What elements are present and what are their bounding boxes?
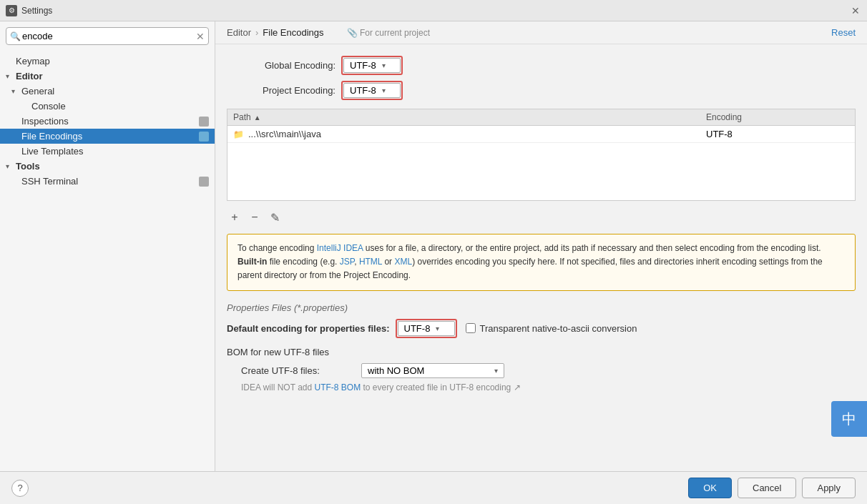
sidebar-item-console[interactable]: Console — [0, 99, 215, 114]
table-header: Path ▲ Encoding — [227, 109, 855, 126]
breadcrumb-editor: Editor — [227, 27, 251, 38]
project-encoding-dropdown-wrapper: UTF-8 ▾ — [341, 81, 403, 100]
bom-section-title: BOM for new UTF-8 files — [227, 347, 856, 357]
content-panel: Editor › File Encodings 📎 For current pr… — [215, 21, 867, 471]
cancel-button[interactable]: Cancel — [738, 478, 796, 498]
sidebar-item-editor[interactable]: ▾ Editor — [0, 69, 215, 84]
info-box: To change encoding IntelliJ IDEA uses fo… — [227, 234, 856, 291]
table-row[interactable]: 📁 ...\\src\\main\\java UTF-8 — [227, 126, 855, 143]
add-row-button[interactable]: + — [227, 209, 243, 225]
bom-create-value: with NO BOM — [368, 365, 424, 376]
bom-note-text: IDEA will NOT add — [241, 382, 314, 392]
copy-badge-icon — [199, 132, 209, 142]
breadcrumb: Editor › File Encodings 📎 For current pr… — [227, 27, 831, 38]
close-button[interactable]: ✕ — [850, 5, 861, 16]
main-layout: 🔍 ✕ Keymap ▾ Editor ▾ General — [0, 21, 867, 471]
ok-button[interactable]: OK — [688, 478, 732, 498]
corner-widget-icon: 中 — [842, 410, 856, 429]
clear-search-button[interactable]: ✕ — [196, 31, 205, 42]
transparent-checkbox[interactable] — [466, 323, 476, 333]
sidebar-item-label: Tools — [16, 161, 209, 172]
sidebar-item-label: SSH Terminal — [21, 176, 196, 187]
bom-note: IDEA will NOT add UTF-8 BOM to every cre… — [227, 382, 856, 392]
properties-encoding-row: Default encoding for properties files: U… — [227, 319, 856, 338]
bottom-bar: ? OK Cancel Apply — [0, 471, 867, 504]
folder-icon: 📁 — [233, 129, 244, 139]
expand-arrow-icon: ▾ — [6, 72, 16, 80]
properties-section-title: Properties Files (*.properties) — [227, 302, 856, 313]
global-encoding-dropdown-wrapper: UTF-8 ▾ — [341, 56, 403, 75]
expand-arrow-icon: ▾ — [6, 162, 16, 170]
path-encoding-table: Path ▲ Encoding 📁 ...\\src\\main\\java U… — [227, 109, 856, 201]
apply-button[interactable]: Apply — [802, 478, 856, 498]
info-text: To change encoding IntelliJ IDEA uses fo… — [237, 243, 823, 280]
window-title: Settings — [21, 6, 850, 16]
corner-widget[interactable]: 中 — [831, 401, 867, 437]
table-toolbar: + − ✎ — [227, 207, 856, 228]
sidebar-item-label: File Encodings — [21, 131, 196, 142]
encoding-cell: UTF-8 — [706, 129, 849, 139]
title-bar: ⚙ Settings ✕ — [0, 0, 867, 21]
copy-badge-icon — [199, 117, 209, 127]
global-encoding-row: Global Encoding: UTF-8 ▾ — [227, 56, 856, 75]
project-encoding-row: Project Encoding: UTF-8 ▾ — [227, 81, 856, 100]
sidebar-item-live-templates[interactable]: Live Templates — [0, 144, 215, 159]
global-encoding-value: UTF-8 — [350, 60, 376, 71]
sidebar-item-general[interactable]: ▾ General — [0, 84, 215, 99]
remove-row-button[interactable]: − — [247, 209, 263, 225]
transparent-checkbox-row: Transparent native-to-ascii conversion — [466, 323, 637, 334]
reset-link[interactable]: Reset — [831, 27, 856, 38]
bom-create-row: Create UTF-8 files: with NO BOM ▾ — [227, 363, 856, 378]
path-cell: 📁 ...\\src\\main\\java — [233, 129, 706, 139]
sidebar-item-label: Live Templates — [21, 146, 209, 157]
sort-arrow-icon: ▲ — [254, 114, 261, 122]
breadcrumb-separator: › — [255, 27, 258, 38]
project-encoding-dropdown[interactable]: UTF-8 ▾ — [343, 83, 401, 98]
project-encoding-value: UTF-8 — [350, 85, 376, 96]
bom-note-link: UTF-8 BOM — [314, 382, 361, 392]
properties-encoding-dropdown[interactable]: UTF-8 ▾ — [398, 321, 455, 336]
properties-encoding-value: UTF-8 — [404, 323, 431, 334]
sidebar-tree: Keymap ▾ Editor ▾ General Console Inspec… — [0, 51, 215, 471]
dropdown-arrow-icon: ▾ — [382, 87, 386, 94]
content-body: Global Encoding: UTF-8 ▾ Project Encodin… — [215, 44, 867, 471]
global-encoding-dropdown[interactable]: UTF-8 ▾ — [343, 58, 401, 73]
path-column-header: Path ▲ — [233, 112, 706, 122]
content-header: Editor › File Encodings 📎 For current pr… — [215, 21, 867, 44]
bom-section: BOM for new UTF-8 files Create UTF-8 fil… — [227, 347, 856, 392]
breadcrumb-sub: 📎 For current project — [347, 28, 430, 38]
search-icon: 🔍 — [10, 31, 21, 41]
sidebar-item-label: Console — [31, 101, 209, 112]
properties-encoding-dropdown-wrapper: UTF-8 ▾ — [396, 319, 457, 338]
edit-row-button[interactable]: ✎ — [267, 209, 283, 225]
path-text: ...\\src\\main\\java — [248, 129, 321, 139]
project-encoding-label: Project Encoding: — [227, 85, 341, 96]
app-icon: ⚙ — [6, 5, 17, 16]
table-empty-space — [227, 143, 855, 200]
help-button[interactable]: ? — [11, 480, 29, 497]
sidebar: 🔍 ✕ Keymap ▾ Editor ▾ General — [0, 21, 215, 471]
properties-encoding-label: Default encoding for properties files: — [227, 323, 390, 334]
sidebar-item-label: Keymap — [16, 56, 209, 66]
sidebar-item-label: Inspections — [21, 116, 196, 127]
dropdown-arrow-icon: ▾ — [436, 325, 439, 332]
sidebar-item-file-encodings[interactable]: File Encodings — [0, 129, 215, 144]
sidebar-item-label: Editor — [16, 71, 209, 81]
sidebar-item-ssh-terminal[interactable]: SSH Terminal — [0, 174, 215, 189]
dropdown-arrow-icon: ▾ — [382, 61, 386, 69]
bom-create-dropdown[interactable]: with NO BOM ▾ — [361, 363, 504, 378]
breadcrumb-current: File Encodings — [263, 27, 323, 38]
transparent-checkbox-label: Transparent native-to-ascii conversion — [480, 323, 637, 334]
sidebar-item-tools[interactable]: ▾ Tools — [0, 159, 215, 174]
copy-badge-icon — [199, 177, 209, 187]
encoding-column-header: Encoding — [706, 112, 849, 122]
search-box: 🔍 ✕ — [6, 27, 209, 45]
sidebar-item-keymap[interactable]: Keymap — [0, 54, 215, 69]
global-encoding-label: Global Encoding: — [227, 60, 341, 71]
sidebar-item-label: General — [21, 86, 209, 97]
bom-note-text2: to every created file in UTF-8 encoding … — [363, 382, 521, 392]
sidebar-item-inspections[interactable]: Inspections — [0, 114, 215, 129]
search-input[interactable] — [6, 27, 209, 45]
bom-dropdown-arrow-icon: ▾ — [494, 367, 498, 375]
expand-arrow-icon: ▾ — [11, 87, 21, 95]
